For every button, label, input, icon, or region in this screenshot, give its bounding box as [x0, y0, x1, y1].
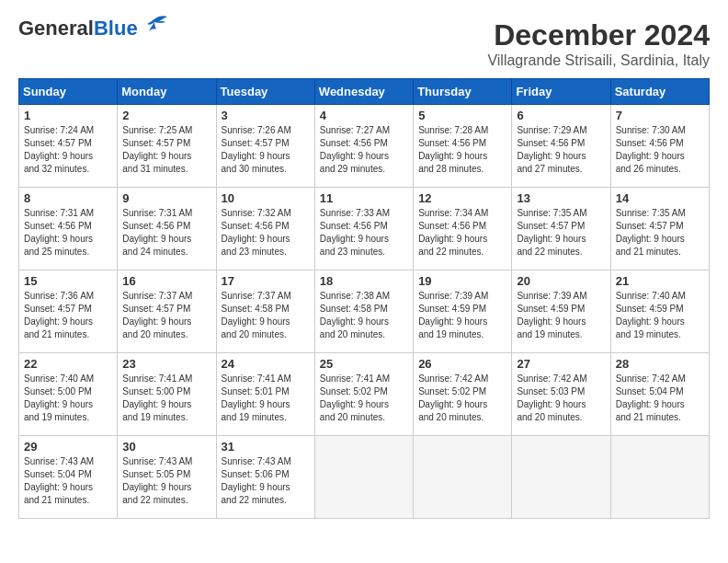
calendar-cell: 17Sunrise: 7:37 AM Sunset: 4:58 PM Dayli… — [216, 270, 314, 353]
day-info: Sunrise: 7:26 AM Sunset: 4:57 PM Dayligh… — [222, 124, 310, 176]
day-number: 22 — [24, 357, 112, 371]
day-number: 5 — [418, 109, 506, 122]
day-info: Sunrise: 7:39 AM Sunset: 4:59 PM Dayligh… — [517, 290, 605, 341]
weekday-header-thursday: Thursday — [414, 79, 512, 105]
day-info: Sunrise: 7:43 AM Sunset: 5:06 PM Dayligh… — [222, 455, 310, 507]
day-info: Sunrise: 7:34 AM Sunset: 4:56 PM Dayligh… — [418, 207, 506, 259]
calendar-cell — [314, 436, 413, 519]
day-number: 20 — [517, 274, 605, 288]
calendar-cell: 21Sunrise: 7:40 AM Sunset: 4:59 PM Dayli… — [610, 270, 709, 353]
day-number: 11 — [320, 191, 408, 205]
day-number: 3 — [222, 109, 310, 122]
day-number: 6 — [517, 109, 605, 122]
weekday-header-row: SundayMondayTuesdayWednesdayThursdayFrid… — [19, 79, 710, 105]
weekday-header-friday: Friday — [512, 79, 610, 105]
day-info: Sunrise: 7:41 AM Sunset: 5:02 PM Dayligh… — [320, 373, 408, 424]
day-number: 26 — [418, 357, 506, 371]
calendar-cell: 14Sunrise: 7:35 AM Sunset: 4:57 PM Dayli… — [610, 188, 709, 270]
calendar-cell — [610, 436, 709, 519]
day-number: 21 — [616, 274, 704, 288]
week-row-2: 8Sunrise: 7:31 AM Sunset: 4:56 PM Daylig… — [19, 188, 710, 270]
calendar-cell: 10Sunrise: 7:32 AM Sunset: 4:56 PM Dayli… — [216, 188, 314, 270]
day-info: Sunrise: 7:31 AM Sunset: 4:56 PM Dayligh… — [24, 207, 112, 259]
calendar-table: SundayMondayTuesdayWednesdayThursdayFrid… — [18, 78, 710, 519]
calendar-cell: 1Sunrise: 7:24 AM Sunset: 4:57 PM Daylig… — [19, 105, 118, 188]
day-number: 13 — [517, 191, 605, 205]
calendar-cell: 20Sunrise: 7:39 AM Sunset: 4:59 PM Dayli… — [512, 270, 610, 353]
day-info: Sunrise: 7:33 AM Sunset: 4:56 PM Dayligh… — [320, 207, 408, 259]
day-info: Sunrise: 7:42 AM Sunset: 5:04 PM Dayligh… — [616, 373, 704, 424]
day-info: Sunrise: 7:35 AM Sunset: 4:57 PM Dayligh… — [616, 207, 704, 259]
logo-text: GeneralBlue — [18, 18, 138, 39]
calendar-cell: 26Sunrise: 7:42 AM Sunset: 5:02 PM Dayli… — [414, 353, 512, 436]
header: GeneralBlue December 2024 Villagrande St… — [18, 18, 710, 69]
weekday-header-saturday: Saturday — [610, 79, 709, 105]
calendar-cell: 15Sunrise: 7:36 AM Sunset: 4:57 PM Dayli… — [19, 270, 118, 353]
calendar-cell: 3Sunrise: 7:26 AM Sunset: 4:57 PM Daylig… — [216, 105, 314, 188]
day-info: Sunrise: 7:30 AM Sunset: 4:56 PM Dayligh… — [616, 124, 704, 176]
day-info: Sunrise: 7:38 AM Sunset: 4:58 PM Dayligh… — [320, 290, 408, 341]
day-number: 18 — [320, 274, 408, 288]
calendar-cell: 13Sunrise: 7:35 AM Sunset: 4:57 PM Dayli… — [512, 188, 610, 270]
day-number: 15 — [24, 274, 112, 288]
day-info: Sunrise: 7:35 AM Sunset: 4:57 PM Dayligh… — [517, 207, 605, 259]
day-number: 30 — [122, 440, 210, 454]
day-number: 9 — [122, 191, 210, 205]
calendar-cell: 4Sunrise: 7:27 AM Sunset: 4:56 PM Daylig… — [314, 105, 413, 188]
day-info: Sunrise: 7:39 AM Sunset: 4:59 PM Dayligh… — [418, 290, 506, 341]
calendar-cell: 12Sunrise: 7:34 AM Sunset: 4:56 PM Dayli… — [414, 188, 512, 270]
calendar-cell: 19Sunrise: 7:39 AM Sunset: 4:59 PM Dayli… — [414, 270, 512, 353]
day-info: Sunrise: 7:37 AM Sunset: 4:58 PM Dayligh… — [222, 290, 310, 341]
calendar-cell: 25Sunrise: 7:41 AM Sunset: 5:02 PM Dayli… — [314, 353, 413, 436]
calendar-cell: 2Sunrise: 7:25 AM Sunset: 4:57 PM Daylig… — [118, 105, 216, 188]
month-title: December 2024 — [487, 18, 710, 52]
calendar-cell: 8Sunrise: 7:31 AM Sunset: 4:56 PM Daylig… — [19, 188, 118, 270]
day-info: Sunrise: 7:43 AM Sunset: 5:04 PM Dayligh… — [24, 455, 112, 507]
calendar-cell: 30Sunrise: 7:43 AM Sunset: 5:05 PM Dayli… — [118, 436, 216, 519]
day-info: Sunrise: 7:32 AM Sunset: 4:56 PM Dayligh… — [222, 207, 310, 259]
day-number: 14 — [616, 191, 704, 205]
day-info: Sunrise: 7:37 AM Sunset: 4:57 PM Dayligh… — [122, 290, 210, 341]
week-row-5: 29Sunrise: 7:43 AM Sunset: 5:04 PM Dayli… — [19, 436, 710, 519]
day-number: 16 — [122, 274, 210, 288]
calendar-cell: 9Sunrise: 7:31 AM Sunset: 4:56 PM Daylig… — [118, 188, 216, 270]
day-number: 27 — [517, 357, 605, 371]
weekday-header-tuesday: Tuesday — [216, 79, 314, 105]
day-number: 12 — [418, 191, 506, 205]
title-area: December 2024 Villagrande Strisaili, Sar… — [487, 18, 710, 69]
calendar-cell — [414, 436, 512, 519]
location-title: Villagrande Strisaili, Sardinia, Italy — [487, 52, 710, 69]
weekday-header-monday: Monday — [118, 79, 216, 105]
calendar-cell: 6Sunrise: 7:29 AM Sunset: 4:56 PM Daylig… — [512, 105, 610, 188]
day-info: Sunrise: 7:42 AM Sunset: 5:02 PM Dayligh… — [418, 373, 506, 424]
day-info: Sunrise: 7:29 AM Sunset: 4:56 PM Dayligh… — [517, 124, 605, 176]
day-info: Sunrise: 7:42 AM Sunset: 5:03 PM Dayligh… — [517, 373, 605, 424]
logo: GeneralBlue — [18, 18, 169, 39]
day-number: 2 — [122, 109, 210, 122]
day-number: 25 — [320, 357, 408, 371]
day-info: Sunrise: 7:43 AM Sunset: 5:05 PM Dayligh… — [122, 455, 210, 507]
day-info: Sunrise: 7:24 AM Sunset: 4:57 PM Dayligh… — [24, 124, 112, 176]
day-number: 29 — [24, 440, 112, 454]
day-info: Sunrise: 7:41 AM Sunset: 5:01 PM Dayligh… — [222, 373, 310, 424]
week-row-1: 1Sunrise: 7:24 AM Sunset: 4:57 PM Daylig… — [19, 105, 710, 188]
week-row-3: 15Sunrise: 7:36 AM Sunset: 4:57 PM Dayli… — [19, 270, 710, 353]
weekday-header-wednesday: Wednesday — [314, 79, 413, 105]
calendar-cell: 16Sunrise: 7:37 AM Sunset: 4:57 PM Dayli… — [118, 270, 216, 353]
calendar-cell: 5Sunrise: 7:28 AM Sunset: 4:56 PM Daylig… — [414, 105, 512, 188]
day-number: 8 — [24, 191, 112, 205]
calendar-cell: 22Sunrise: 7:40 AM Sunset: 5:00 PM Dayli… — [19, 353, 118, 436]
week-row-4: 22Sunrise: 7:40 AM Sunset: 5:00 PM Dayli… — [19, 353, 710, 436]
day-number: 17 — [222, 274, 310, 288]
calendar-cell: 11Sunrise: 7:33 AM Sunset: 4:56 PM Dayli… — [314, 188, 413, 270]
calendar-cell — [512, 436, 610, 519]
calendar-cell: 31Sunrise: 7:43 AM Sunset: 5:06 PM Dayli… — [216, 436, 314, 519]
calendar-cell: 29Sunrise: 7:43 AM Sunset: 5:04 PM Dayli… — [19, 436, 118, 519]
calendar-cell: 18Sunrise: 7:38 AM Sunset: 4:58 PM Dayli… — [314, 270, 413, 353]
day-number: 24 — [222, 357, 310, 371]
day-info: Sunrise: 7:25 AM Sunset: 4:57 PM Dayligh… — [122, 124, 210, 176]
day-number: 7 — [616, 109, 704, 122]
day-info: Sunrise: 7:41 AM Sunset: 5:00 PM Dayligh… — [122, 373, 210, 424]
day-info: Sunrise: 7:28 AM Sunset: 4:56 PM Dayligh… — [418, 124, 506, 176]
day-info: Sunrise: 7:31 AM Sunset: 4:56 PM Dayligh… — [122, 207, 210, 259]
